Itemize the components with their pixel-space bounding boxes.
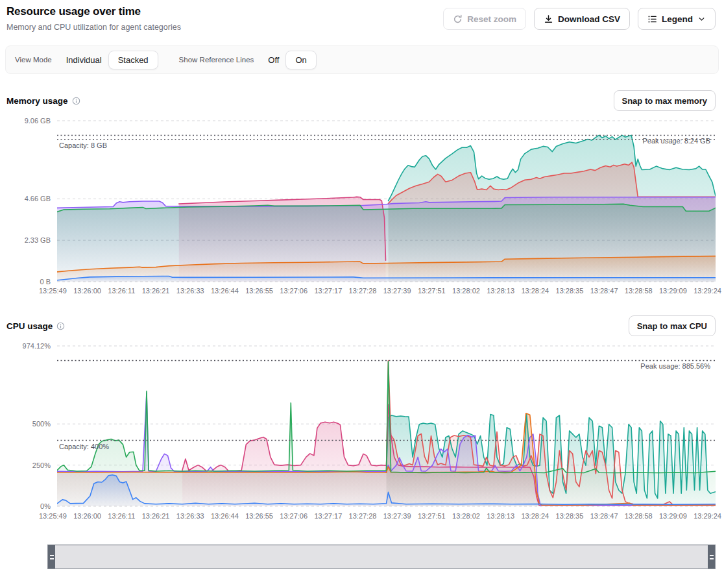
time-range-brush[interactable] xyxy=(47,545,716,569)
x-axis-tick: 13:29:24 xyxy=(694,512,721,520)
x-axis-tick: 13:26:44 xyxy=(211,512,239,520)
x-axis-tick: 13:26:21 xyxy=(142,512,170,520)
memory-plot-area[interactable]: Capacity: 8 GBPeak usage: 8.24 GB xyxy=(57,111,716,285)
info-icon[interactable] xyxy=(56,322,65,330)
x-axis-tick: 13:28:58 xyxy=(625,287,653,295)
header-actions: Reset zoom Download CSV Legend xyxy=(443,5,716,30)
cpu-section-header: CPU usage Snap to max CPU xyxy=(0,315,724,336)
memory-section-header: Memory usage Snap to max memory xyxy=(0,90,724,111)
memory-chart-title: Memory usage xyxy=(6,96,80,106)
cpu-x-axis: 13:25:4913:26:0013:26:1113:26:2113:26:33… xyxy=(39,512,721,520)
reference-line-label: Peak usage: 885.56% xyxy=(640,362,710,370)
cpu-plot-svg xyxy=(57,336,716,510)
page-title: Resource usage over time xyxy=(6,5,181,18)
reference-line-label: Peak usage: 8.24 GB xyxy=(642,137,710,145)
cpu-y-axis: 974.12%500%250%0% xyxy=(0,336,52,531)
y-axis-tick: 4.66 GB xyxy=(25,194,51,203)
info-icon[interactable] xyxy=(72,97,80,105)
x-axis-tick: 13:25:49 xyxy=(39,287,67,295)
x-axis-tick: 13:28:24 xyxy=(521,287,549,295)
chart-controls-bar: View Mode Individual Stacked Show Refere… xyxy=(5,45,719,74)
x-axis-tick: 13:28:02 xyxy=(452,287,480,295)
x-axis-tick: 13:26:55 xyxy=(245,512,273,520)
x-axis-tick: 13:27:51 xyxy=(418,512,446,520)
memory-y-axis: 9.06 GB4.66 GB2.33 GB0 B xyxy=(0,111,52,302)
x-axis-tick: 13:26:33 xyxy=(176,512,204,520)
x-axis-tick: 13:27:28 xyxy=(349,512,377,520)
cpu-plot-area[interactable]: Capacity: 400%Peak usage: 885.56% xyxy=(57,336,716,510)
x-axis-tick: 13:25:49 xyxy=(39,512,67,520)
x-axis-tick: 13:28:24 xyxy=(521,512,549,520)
view-mode-stacked[interactable]: Stacked xyxy=(108,51,158,69)
y-axis-tick: 250% xyxy=(32,461,51,470)
memory-chart: 9.06 GB4.66 GB2.33 GB0 B Capacity: 8 GBP… xyxy=(0,111,724,302)
y-axis-tick: 974.12% xyxy=(23,341,51,350)
header-titles: Resource usage over time Memory and CPU … xyxy=(6,5,181,32)
reset-zoom-label: Reset zoom xyxy=(467,14,516,24)
x-axis-tick: 13:26:00 xyxy=(73,287,101,295)
x-axis-tick: 13:28:02 xyxy=(452,512,480,520)
legend-label: Legend xyxy=(662,14,693,24)
y-axis-tick: 9.06 GB xyxy=(25,116,51,125)
x-axis-tick: 13:28:58 xyxy=(625,512,653,520)
memory-x-axis: 13:25:4913:26:0013:26:1113:26:2113:26:33… xyxy=(39,287,721,295)
reference-lines-label: Show Reference Lines xyxy=(179,56,254,64)
page-header: Resource usage over time Memory and CPU … xyxy=(0,0,724,32)
brush-selection[interactable] xyxy=(55,545,708,569)
x-axis-tick: 13:26:44 xyxy=(211,287,239,295)
memory-plot-svg xyxy=(57,111,716,285)
x-axis-tick: 13:27:39 xyxy=(383,287,411,295)
y-axis-tick: 2.33 GB xyxy=(25,236,51,245)
view-mode-label: View Mode xyxy=(15,56,52,64)
cpu-chart-title: CPU usage xyxy=(6,321,65,331)
x-axis-tick: 13:28:13 xyxy=(487,287,514,295)
x-axis-tick: 13:26:33 xyxy=(176,287,204,295)
x-axis-tick: 13:26:55 xyxy=(245,287,273,295)
cpu-chart: 974.12%500%250%0% Capacity: 400%Peak usa… xyxy=(0,336,724,531)
download-csv-button[interactable]: Download CSV xyxy=(534,8,630,30)
legend-button[interactable]: Legend xyxy=(638,8,716,30)
x-axis-tick: 13:27:39 xyxy=(383,512,411,520)
x-axis-tick: 13:27:06 xyxy=(280,287,308,295)
x-axis-tick: 13:27:17 xyxy=(314,287,342,295)
x-axis-tick: 13:26:11 xyxy=(108,512,135,520)
x-axis-tick: 13:26:11 xyxy=(108,287,135,295)
view-mode-individual[interactable]: Individual xyxy=(66,55,102,65)
reference-lines-on[interactable]: On xyxy=(285,51,316,69)
x-axis-tick: 13:29:09 xyxy=(659,512,687,520)
snap-max-memory-button[interactable]: Snap to max memory xyxy=(614,90,716,111)
reset-zoom-button[interactable]: Reset zoom xyxy=(443,8,526,30)
cpu-title-text: CPU usage xyxy=(6,321,53,331)
x-axis-tick: 13:27:17 xyxy=(314,512,342,520)
x-axis-tick: 13:28:47 xyxy=(590,287,618,295)
brush-handle-left[interactable] xyxy=(48,545,55,569)
x-axis-tick: 13:28:35 xyxy=(556,512,584,520)
chevron-down-icon xyxy=(697,15,706,23)
x-axis-tick: 13:26:21 xyxy=(142,287,170,295)
snap-max-cpu-button[interactable]: Snap to max CPU xyxy=(629,315,716,336)
list-icon xyxy=(647,14,657,24)
reference-lines-off[interactable]: Off xyxy=(268,55,279,65)
x-axis-tick: 13:27:51 xyxy=(418,287,446,295)
page-subtitle: Memory and CPU utilization for agent cat… xyxy=(6,23,181,32)
y-axis-tick: 0% xyxy=(40,502,51,511)
x-axis-tick: 13:28:35 xyxy=(556,287,584,295)
reference-line-label: Capacity: 8 GB xyxy=(59,141,107,149)
refresh-icon xyxy=(453,14,463,24)
x-axis-tick: 13:28:13 xyxy=(487,512,514,520)
brush-handle-right[interactable] xyxy=(708,545,715,569)
x-axis-tick: 13:26:00 xyxy=(73,512,101,520)
reference-line-label: Capacity: 400% xyxy=(59,443,109,450)
x-axis-tick: 13:27:06 xyxy=(280,512,308,520)
y-axis-tick: 0 B xyxy=(40,277,51,286)
y-axis-tick: 500% xyxy=(32,419,51,428)
x-axis-tick: 13:27:28 xyxy=(349,287,377,295)
download-icon xyxy=(544,14,553,24)
x-axis-tick: 13:28:47 xyxy=(590,512,618,520)
x-axis-tick: 13:29:24 xyxy=(694,287,721,295)
memory-title-text: Memory usage xyxy=(6,96,68,106)
x-axis-tick: 13:29:09 xyxy=(659,287,687,295)
download-csv-label: Download CSV xyxy=(558,14,620,24)
